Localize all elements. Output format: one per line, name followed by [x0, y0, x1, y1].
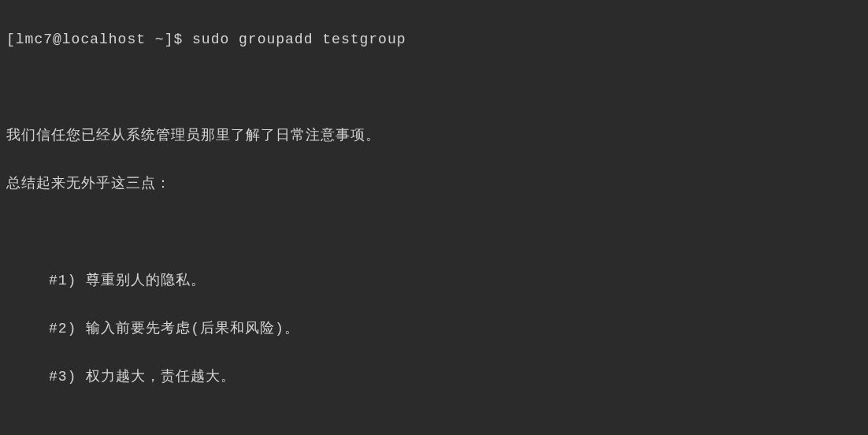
sudo-rule-1: #1) 尊重别人的隐私。	[6, 269, 862, 293]
sudo-lecture-1: 我们信任您已经从系统管理员那里了解了日常注意事项。	[6, 124, 862, 148]
blank-line	[6, 76, 862, 100]
command-1: sudo groupadd testgroup	[192, 32, 406, 47]
command-line-1: [lmc7@localhost ~]$ sudo groupadd testgr…	[6, 28, 862, 52]
blank-line	[6, 220, 862, 244]
prompt-1: [lmc7@localhost ~]$	[6, 32, 192, 47]
sudo-rule-2: #2) 输入前要先考虑(后果和风险)。	[6, 317, 862, 341]
sudo-lecture-2: 总结起来无外乎这三点：	[6, 172, 862, 196]
terminal-output[interactable]: [lmc7@localhost ~]$ sudo groupadd testgr…	[6, 3, 862, 435]
sudo-rule-3: #3) 权力越大，责任越大。	[6, 365, 862, 389]
blank-line	[6, 413, 862, 435]
